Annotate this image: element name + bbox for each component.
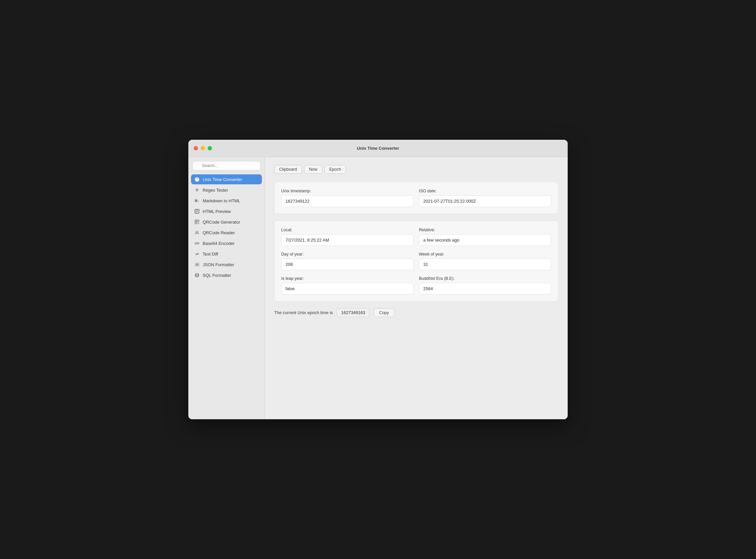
qrcode-reader-icon [194,230,200,235]
buddhist-era-group: Buddhist Era (B.E): [419,276,551,294]
search-input[interactable] [192,161,261,170]
day-week-row: Day of year: Week of year: [281,252,551,270]
unix-timestamp-label: Unix timestamp: [281,189,414,193]
week-of-year-label: Week of year: [419,252,551,256]
base64-icon: </> [194,241,200,246]
buddhist-era-input[interactable] [419,283,551,294]
is-leap-year-input[interactable] [281,283,414,294]
epoch-bar-label: The current Unix epoch time is [274,310,333,315]
app-window: Unix Time Converter 🕐 Unix Time Converte… [188,140,568,419]
search-wrapper [192,161,261,170]
sidebar-item-label: Regex Tester [203,188,228,193]
titlebar: Unix Time Converter [188,140,568,157]
local-label: Local: [281,228,414,232]
sidebar-item-label: Base64 Encoder [203,241,235,246]
sidebar-item-json-formatter[interactable]: JS JSON Formatter [191,260,262,269]
unix-timestamp-input[interactable] [281,195,414,207]
sql-icon [194,272,200,278]
tab-now[interactable]: Now [304,165,323,174]
relative-input[interactable] [419,234,551,246]
buddhist-era-label: Buddhist Era (B.E): [419,276,551,281]
is-leap-year-group: Is leap year: [281,276,414,294]
tab-clipboard[interactable]: Clipboard [274,165,302,174]
sidebar-item-label: JSON Formatter [203,262,234,267]
sidebar-item-label: QRCode Generator [203,220,240,225]
unix-timestamp-group: Unix timestamp: [281,189,414,207]
iso-date-label: ISO date: [419,189,551,193]
sidebar-item-base64-encoder[interactable]: </> Base64 Encoder [191,238,262,248]
sidebar: 🕐 Unix Time Converter ® Regex Tester M↓ … [188,157,265,419]
sidebar-item-html-preview[interactable]: HTML Preview [191,206,262,216]
svg-rect-6 [195,220,197,222]
sidebar-item-markdown-to-html[interactable]: M↓ Markdown to HTML [191,196,262,206]
day-of-year-group: Day of year: [281,252,414,270]
svg-rect-12 [199,224,199,224]
timestamp-fields-card: Unix timestamp: ISO date: [274,182,558,214]
svg-rect-8 [195,222,197,224]
tab-bar: Clipboard Now Epoch [274,165,558,174]
minimize-button[interactable] [201,146,205,150]
details-card: Local: Relative: Day of year: We [274,221,558,301]
sidebar-item-label: HTML Preview [203,209,231,214]
day-of-year-input[interactable] [281,259,414,270]
copy-button[interactable]: Copy [374,309,395,317]
svg-rect-10 [199,223,199,223]
sidebar-item-label: QRCode Reader [203,230,235,235]
week-of-year-input[interactable] [419,259,551,270]
week-of-year-group: Week of year: [419,252,551,270]
iso-date-input[interactable] [419,195,551,207]
sidebar-item-sql-formatter[interactable]: SQL Formatter [191,270,262,280]
local-input[interactable] [281,234,414,246]
iso-date-group: ISO date: [419,189,551,207]
sidebar-item-label: SQL Formatter [203,273,231,278]
sidebar-item-qrcode-reader[interactable]: QRCode Reader [191,228,262,238]
leap-buddhist-row: Is leap year: Buddhist Era (B.E): [281,276,551,294]
tab-epoch[interactable]: Epoch [325,165,346,174]
json-icon: JS [194,262,200,267]
svg-rect-11 [198,224,198,224]
sidebar-item-label: Unix Time Converter [203,177,242,182]
epoch-bar-value: 1627349163 [337,308,369,317]
top-fields-row: Unix timestamp: ISO date: [281,189,551,207]
main-content: Clipboard Now Epoch Unix timestamp: ISO … [265,157,568,419]
svg-rect-9 [198,223,198,223]
close-button[interactable] [194,146,198,150]
local-group: Local: [281,228,414,246]
relative-label: Relative: [419,228,551,232]
sidebar-item-qrcode-generator[interactable]: QRCode Generator [191,217,262,227]
qrcode-gen-icon [194,219,200,225]
clock-icon: 🕐 [194,177,200,182]
svg-point-14 [195,273,199,275]
day-of-year-label: Day of year: [281,252,414,256]
sidebar-item-label: Text Diff [203,251,218,256]
svg-rect-7 [197,220,199,222]
is-leap-year-label: Is leap year: [281,276,414,281]
sidebar-item-regex-tester[interactable]: ® Regex Tester [191,185,262,195]
sidebar-item-label: Markdown to HTML [203,198,240,203]
window-title: Unix Time Converter [357,146,399,151]
sidebar-item-unix-time-converter[interactable]: 🕐 Unix Time Converter [191,174,262,184]
maximize-button[interactable] [208,146,212,150]
epoch-bar: The current Unix epoch time is 162734916… [274,308,558,317]
text-diff-icon: ⇌ [194,251,200,256]
relative-group: Relative: [419,228,551,246]
html-icon [194,209,200,214]
regex-icon: ® [194,187,200,193]
main-layout: 🕐 Unix Time Converter ® Regex Tester M↓ … [188,157,568,419]
markdown-icon: M↓ [194,198,200,203]
search-container [191,161,262,170]
traffic-lights [194,146,212,150]
sidebar-item-text-diff[interactable]: ⇌ Text Diff [191,249,262,259]
local-relative-row: Local: Relative: [281,228,551,246]
